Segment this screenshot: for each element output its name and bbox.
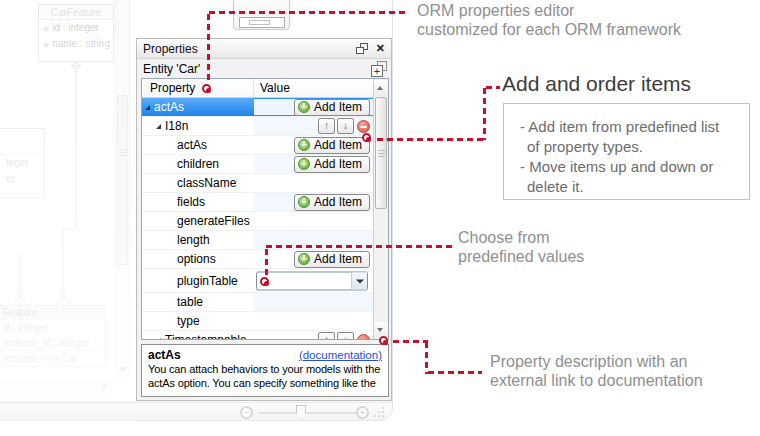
resize-grip[interactable] [374,407,386,419]
value-cell[interactable] [254,174,373,192]
zoom-in-button[interactable]: + [356,406,369,419]
scroll-down-button[interactable] [117,362,129,376]
property-row-table[interactable]: table [142,293,373,312]
entity-bar: Entity 'Car' + [137,59,391,78]
zoom-slider-track[interactable] [258,412,356,414]
value-cell[interactable] [254,212,373,230]
field-diamond-icon: ◆ [43,40,49,49]
plus-icon: + [298,139,310,151]
property-label: table [177,295,203,309]
property-cell[interactable]: options [142,250,254,268]
tree-expand-icon[interactable] [145,105,150,110]
property-cell[interactable]: length [142,231,254,249]
annotation-orm-editor: ORM properties editor customized for eac… [417,1,681,39]
property-cell[interactable]: actAs [142,136,254,154]
annotation-choose: Choose from predefined values [458,228,584,266]
float-panel-icon[interactable] [356,43,368,54]
property-row-Timestampable[interactable]: Timestampable↑↓ [142,331,373,339]
value-cell[interactable]: ↑↓ [254,117,373,135]
value-cell[interactable]: +Add Item [254,193,373,211]
property-cell[interactable]: actAs [142,98,254,116]
table-scrollbar[interactable] [373,79,388,339]
move-down-button[interactable]: ↓ [337,332,354,339]
scrollbar-thumb[interactable] [375,97,387,209]
property-row-children[interactable]: children+Add Item [142,155,373,174]
value-cell[interactable]: +Add Item [254,98,373,116]
property-label: options [177,252,216,266]
entity-carfeature[interactable]: CarFeature ◆id : integer ◆name : string [38,4,114,62]
move-up-button[interactable]: ↑ [318,332,335,339]
entity-label: Entity 'Car' [143,62,371,76]
property-label: actAs [154,100,184,114]
tree-expand-icon[interactable] [156,338,161,340]
close-icon[interactable]: ✕ [376,42,385,55]
property-table: Property Value actAs+Add ItemI18n↑↓actAs… [141,78,389,340]
property-row-pluginTable[interactable]: pluginTable [142,269,373,293]
zoom-out-button[interactable]: − [240,406,253,419]
property-cell[interactable]: table [142,293,254,311]
chevron-down-icon[interactable] [351,272,367,289]
diagram-vertical-scrollbar[interactable] [115,0,130,378]
property-row-type[interactable]: type [142,312,373,331]
table-header[interactable]: Property Value [142,79,373,98]
plugin-table-dropdown[interactable] [256,271,368,290]
annotation-line [209,11,407,14]
property-cell[interactable]: fields [142,193,254,211]
annotation-line [393,340,428,343]
toolbar-button-fragment[interactable] [233,0,290,30]
tree-expand-icon[interactable] [156,124,161,129]
description-title: actAs [148,348,299,362]
column-header-property[interactable]: Property [142,79,254,97]
property-cell[interactable]: I18n [142,117,254,135]
property-cell[interactable]: type [142,312,254,330]
diagram-horizontal-scrollbar[interactable] [0,380,113,394]
add-item-button[interactable]: +Add Item [294,251,370,268]
property-label: length [177,233,210,247]
add-item-button[interactable]: +Add Item [294,156,370,173]
value-cell[interactable] [254,269,373,292]
property-row-generateFiles[interactable]: generateFiles [142,212,373,231]
value-cell[interactable] [254,293,373,311]
value-cell[interactable] [254,312,373,330]
scrollbar-thumb[interactable] [117,95,128,265]
panel-titlebar[interactable]: Properties ✕ [137,39,391,59]
entity-field: ◆name : string [39,36,113,52]
move-down-button[interactable]: ↓ [337,118,354,134]
add-item-label: Add Item [314,138,362,152]
add-item-label: Add Item [314,195,362,209]
properties-panel: Properties ✕ Entity 'Car' + Property Val… [136,38,392,401]
scroll-right-button[interactable] [99,381,112,393]
value-cell[interactable]: +Add Item [254,155,373,173]
property-cell[interactable]: children [142,155,254,173]
property-row-options[interactable]: options+Add Item [142,250,373,269]
property-row-I18n[interactable]: I18n↑↓ [142,117,373,136]
property-row-fields[interactable]: fields+Add Item [142,193,373,212]
property-row-className[interactable]: className [142,174,373,193]
property-cell[interactable]: pluginTable [142,269,254,292]
delete-item-button[interactable] [357,120,370,133]
property-cell[interactable]: generateFiles [142,212,254,230]
add-item-button[interactable]: +Add Item [294,137,370,154]
property-row-actAs[interactable]: actAs+Add Item [142,98,373,117]
property-cell[interactable]: Timestampable [142,331,254,339]
plus-icon: + [298,101,310,113]
annotation-line [265,249,268,277]
entity-title: Feature [0,306,105,320]
description-text: actAs option. You can specify something … [148,377,382,390]
documentation-link[interactable]: (documentation) [299,349,382,361]
value-cell[interactable]: +Add Item [254,250,373,268]
add-property-button[interactable]: + [371,61,387,77]
add-item-button[interactable]: +Add Item [294,194,370,211]
column-header-value[interactable]: Value [254,79,373,97]
delete-item-button[interactable] [357,334,370,340]
scroll-up-button[interactable] [374,80,388,96]
entity-field: d : integer [0,320,105,335]
zoom-slider-thumb[interactable] [296,405,306,419]
property-row-actAs[interactable]: actAs+Add Item [142,136,373,155]
move-up-button[interactable]: ↑ [318,118,335,134]
value-cell[interactable]: +Add Item [254,136,373,154]
property-cell[interactable]: className [142,174,254,192]
add-item-button[interactable]: +Add Item [294,99,370,116]
annotation-line [428,371,482,374]
value-cell[interactable]: ↑↓ [254,331,373,339]
